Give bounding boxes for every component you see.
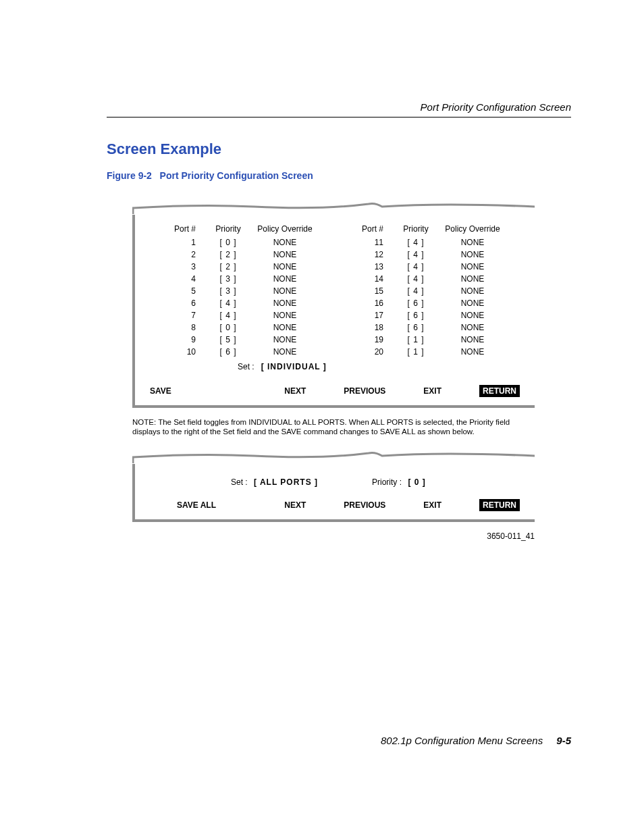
figure-number: Figure 9-2 — [107, 170, 152, 181]
set-label: Set : — [231, 477, 248, 487]
port-number: 6 — [161, 297, 208, 309]
col-header-override: Policy Override — [436, 224, 509, 234]
running-header: Port Priority Configuration Screen — [107, 101, 571, 113]
policy-override-value: NONE — [248, 309, 321, 321]
col-header-priority: Priority — [208, 224, 248, 234]
port-number: 17 — [348, 309, 396, 321]
col-header-override: Policy Override — [248, 224, 321, 234]
policy-override-value: NONE — [436, 273, 509, 285]
priority-value[interactable]: [ 4 ] — [396, 249, 436, 261]
port-number: 7 — [161, 309, 208, 321]
next-command[interactable]: NEXT — [284, 500, 306, 510]
priority-value[interactable]: [ 3 ] — [208, 273, 248, 285]
figure-caption: Figure 9-2 Port Priority Configuration S… — [107, 170, 571, 181]
priority-value[interactable]: [ 6 ] — [396, 297, 436, 309]
priority-value[interactable]: [ 4 ] — [396, 285, 436, 297]
set-label: Set : — [238, 362, 254, 371]
set-value[interactable]: [ INDIVIDUAL ] — [261, 362, 327, 371]
col-header-port: Port # — [161, 224, 208, 234]
priority-value[interactable]: [ 5 ] — [208, 334, 248, 346]
policy-override-value: NONE — [248, 297, 321, 309]
policy-override-value: NONE — [436, 249, 509, 261]
port-number: 13 — [348, 261, 396, 273]
previous-command[interactable]: PREVIOUS — [344, 386, 385, 396]
priority-value[interactable]: [ 0 ] — [208, 236, 248, 249]
table-row: 18[ 6 ]NONE — [348, 321, 509, 334]
priority-value[interactable]: [ 6 ] — [208, 346, 248, 358]
priority-value[interactable]: [ 4 ] — [208, 297, 248, 309]
table-row: 8[ 0 ]NONE — [161, 321, 321, 334]
artifact-id: 3650-011_41 — [107, 531, 535, 541]
policy-override-value: NONE — [436, 321, 509, 334]
priority-value[interactable]: [ 1 ] — [396, 346, 436, 358]
port-number: 8 — [161, 321, 208, 334]
col-header-port: Port # — [348, 224, 396, 234]
priority-value[interactable]: [ 1 ] — [396, 334, 436, 346]
allports-set-row: Set : [ ALL PORTS ] Priority : [ 0 ] — [150, 473, 520, 487]
policy-override-value: NONE — [436, 297, 509, 309]
command-bar: SAVE ALL NEXT PREVIOUS EXIT RETURN — [150, 499, 520, 511]
policy-override-value: NONE — [248, 249, 321, 261]
next-command[interactable]: NEXT — [284, 386, 306, 396]
terminal-panel-allports: Set : [ ALL PORTS ] Priority : [ 0 ] SAV… — [132, 449, 535, 522]
policy-override-value: NONE — [436, 346, 509, 358]
table-row: 3[ 2 ]NONE — [161, 261, 321, 273]
port-number: 2 — [161, 249, 208, 261]
priority-value[interactable]: [ 2 ] — [208, 249, 248, 261]
return-command[interactable]: RETURN — [479, 385, 520, 397]
port-number: 3 — [161, 261, 208, 273]
priority-value[interactable]: [ 6 ] — [396, 321, 436, 334]
priority-value[interactable]: [ 4 ] — [208, 309, 248, 321]
table-row: 11[ 4 ]NONE — [348, 236, 509, 249]
priority-value[interactable]: [ 0 ] — [208, 321, 248, 334]
footer-page-number: 9-5 — [556, 735, 571, 746]
policy-override-value: NONE — [248, 236, 321, 249]
table-row: 10[ 6 ]NONE — [161, 346, 321, 358]
table-row: 2[ 2 ]NONE — [161, 249, 321, 261]
torn-edge-icon — [132, 449, 535, 464]
policy-override-value: NONE — [248, 346, 321, 358]
exit-command[interactable]: EXIT — [423, 500, 441, 510]
table-row: 19[ 1 ]NONE — [348, 334, 509, 346]
port-number: 12 — [348, 249, 396, 261]
priority-value[interactable]: [ 4 ] — [396, 273, 436, 285]
port-number: 19 — [348, 334, 396, 346]
priority-value[interactable]: [ 4 ] — [396, 261, 436, 273]
previous-command[interactable]: PREVIOUS — [344, 500, 385, 510]
table-row: 20[ 1 ]NONE — [348, 346, 509, 358]
port-number: 18 — [348, 321, 396, 334]
table-row: 17[ 6 ]NONE — [348, 309, 509, 321]
header-rule — [107, 117, 571, 118]
priority-label: Priority : — [372, 477, 402, 487]
port-number: 4 — [161, 273, 208, 285]
port-number: 20 — [348, 346, 396, 358]
port-number: 5 — [161, 285, 208, 297]
command-bar: SAVE NEXT PREVIOUS EXIT RETURN — [150, 385, 520, 397]
priority-value[interactable]: [ 4 ] — [396, 236, 436, 249]
port-table-right: Port # Priority Policy Override 11[ 4 ]N… — [348, 224, 509, 358]
policy-override-value: NONE — [248, 273, 321, 285]
return-command[interactable]: RETURN — [479, 499, 520, 511]
exit-command[interactable]: EXIT — [423, 386, 441, 396]
save-command[interactable]: SAVE — [150, 386, 171, 396]
priority-value[interactable]: [ 2 ] — [208, 261, 248, 273]
table-row: 14[ 4 ]NONE — [348, 273, 509, 285]
table-row: 12[ 4 ]NONE — [348, 249, 509, 261]
priority-value[interactable]: [ 6 ] — [396, 309, 436, 321]
save-all-command[interactable]: SAVE ALL — [177, 500, 216, 510]
page-footer: 802.1p Configuration Menu Screens 9-5 — [381, 735, 571, 746]
policy-override-value: NONE — [436, 285, 509, 297]
table-row: 13[ 4 ]NONE — [348, 261, 509, 273]
priority-value[interactable]: [ 3 ] — [208, 285, 248, 297]
table-row: 5[ 3 ]NONE — [161, 285, 321, 297]
set-value-allports[interactable]: [ ALL PORTS ] — [254, 477, 318, 487]
table-row: 4[ 3 ]NONE — [161, 273, 321, 285]
policy-override-value: NONE — [248, 334, 321, 346]
policy-override-value: NONE — [248, 285, 321, 297]
port-number: 14 — [348, 273, 396, 285]
port-table-left: Port # Priority Policy Override 1[ 0 ]NO… — [161, 224, 321, 358]
section-title: Screen Example — [107, 140, 571, 158]
priority-value[interactable]: [ 0 ] — [408, 477, 425, 487]
policy-override-value: NONE — [248, 261, 321, 273]
table-row: 7[ 4 ]NONE — [161, 309, 321, 321]
